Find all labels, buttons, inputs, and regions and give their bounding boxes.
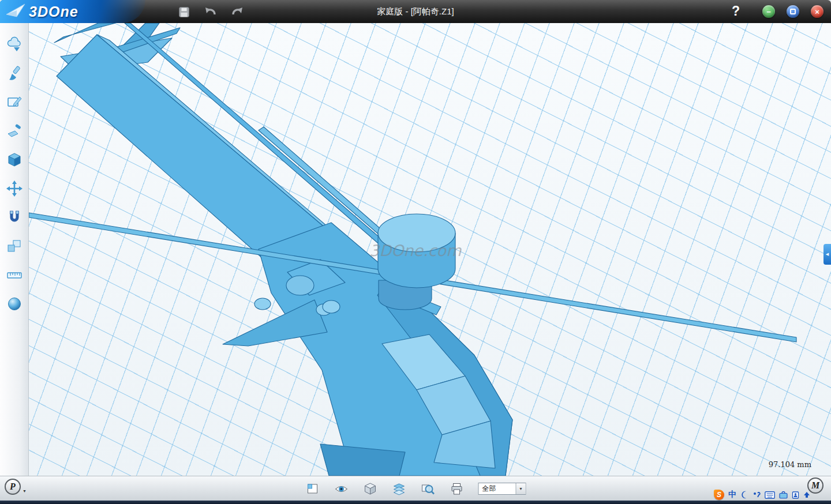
deform-tool[interactable] xyxy=(6,122,23,140)
punctuation-icon xyxy=(753,491,761,499)
visibility-button[interactable] xyxy=(334,482,349,497)
assembly-icon xyxy=(6,238,23,254)
shape-library-tool[interactable] xyxy=(6,36,23,53)
paper-plane-icon xyxy=(6,3,25,20)
pattern-button[interactable]: P xyxy=(5,479,21,495)
paint-icon xyxy=(6,65,23,81)
ime-toolbox-button[interactable] xyxy=(779,491,788,499)
chevron-left-icon: ◀ xyxy=(826,252,829,257)
material-sphere-icon xyxy=(6,296,23,312)
document-actions xyxy=(177,5,245,20)
save-button[interactable] xyxy=(177,5,192,20)
print-icon xyxy=(450,482,464,496)
view-cube-icon xyxy=(364,482,377,496)
move-tool[interactable] xyxy=(6,180,23,197)
filter-dropdown-button[interactable]: ▼ xyxy=(516,483,526,494)
redo-button[interactable] xyxy=(230,5,245,20)
pattern-dropdown-caret[interactable]: ▼ xyxy=(23,489,27,495)
undo-button[interactable] xyxy=(203,5,218,20)
paint-tool[interactable] xyxy=(6,65,23,82)
feature-tool[interactable] xyxy=(6,151,23,168)
magnet-icon xyxy=(6,209,23,225)
brand-text: 3DOne xyxy=(29,3,78,20)
material-tool[interactable] xyxy=(6,295,23,313)
deform-icon xyxy=(6,123,23,139)
view-orientation-button[interactable] xyxy=(363,482,378,497)
measure-tool[interactable] xyxy=(6,266,23,284)
close-icon: × xyxy=(815,7,819,16)
collapse-panel-tab[interactable]: ◀ xyxy=(823,244,831,265)
moon-icon xyxy=(740,491,748,499)
mode-button[interactable]: M xyxy=(807,477,823,494)
up-arrow-icon xyxy=(803,491,810,498)
sketch-tool[interactable] xyxy=(6,93,23,111)
display-layers-icon xyxy=(392,482,406,496)
titlebar: 3DOne xyxy=(0,0,831,23)
ime-punctuation-button[interactable] xyxy=(753,491,761,499)
viewport-watermark: 3DOne.com xyxy=(369,242,462,259)
filter-select[interactable]: 全部 ▼ xyxy=(478,483,526,495)
feature-cube-icon xyxy=(6,152,23,168)
help-button[interactable]: ? xyxy=(732,3,740,19)
viewport-canvas[interactable]: 3DOne.com 97.104 mm ◀ xyxy=(29,23,831,476)
bottom-toolbar: P ▼ xyxy=(0,476,831,501)
helicopter-model: 3DOne.com xyxy=(29,23,831,476)
measure-icon xyxy=(6,267,23,283)
datum-plane-button[interactable] xyxy=(305,482,320,497)
undo-icon xyxy=(204,6,218,18)
maximize-button[interactable] xyxy=(787,5,799,18)
ime-tray: S 中 xyxy=(714,490,810,500)
display-mode-button[interactable] xyxy=(392,482,407,497)
move-icon xyxy=(6,180,23,197)
pattern-button-group: P ▼ xyxy=(5,479,27,495)
window-bottom-edge xyxy=(0,501,831,504)
ime-clipboard-button[interactable] xyxy=(792,491,799,499)
minimize-icon: − xyxy=(766,7,771,16)
minimize-button[interactable]: − xyxy=(762,5,775,18)
ime-keyboard-button[interactable] xyxy=(765,491,775,499)
coordinate-readout: 97.104 mm xyxy=(769,460,811,469)
assembly-tool[interactable] xyxy=(6,238,23,255)
filter-value: 全部 xyxy=(479,483,516,494)
keyboard-icon xyxy=(765,491,775,499)
zoom-window-icon xyxy=(421,482,435,496)
ime-expand-button[interactable] xyxy=(803,491,810,498)
shape-library-icon xyxy=(6,36,23,52)
zoom-window-button[interactable] xyxy=(421,482,436,497)
view-tools: 全部 ▼ xyxy=(305,476,526,501)
constraint-tool[interactable] xyxy=(6,209,23,226)
datum-plane-icon xyxy=(306,482,320,496)
chevron-down-icon: ▼ xyxy=(519,487,523,491)
toolbox-icon xyxy=(779,491,788,499)
left-toolbar xyxy=(0,23,29,476)
redo-icon xyxy=(230,6,244,18)
ime-fullwidth-button[interactable] xyxy=(740,491,748,499)
eye-icon xyxy=(335,482,349,496)
clipboard-icon xyxy=(792,491,799,499)
3done-app: 3DOne xyxy=(0,0,831,504)
print-button[interactable] xyxy=(450,482,465,497)
close-button[interactable]: × xyxy=(811,5,823,18)
save-icon xyxy=(178,6,190,18)
window-controls: − × xyxy=(762,5,823,18)
ime-language-button[interactable]: 中 xyxy=(728,490,736,500)
sogou-input-button[interactable]: S xyxy=(714,490,724,500)
restore-icon xyxy=(790,9,796,14)
app-logo: 3DOne xyxy=(0,0,145,23)
sketch-icon xyxy=(6,94,23,110)
